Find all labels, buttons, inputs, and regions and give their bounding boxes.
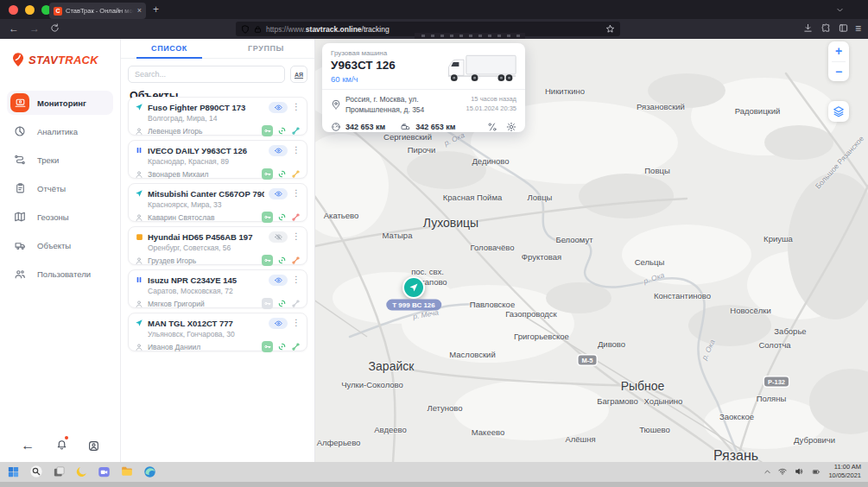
reports-icon <box>10 179 29 198</box>
vehicle-marker-label[interactable]: Т 999 ВС 126 <box>386 300 441 311</box>
driver-icon <box>135 213 143 222</box>
map-label: Масловский <box>449 350 495 359</box>
back-button[interactable]: ← <box>9 22 19 35</box>
taskbar-searchapp-icon[interactable] <box>29 465 43 478</box>
browser-navbar: ← → https://www.stavtrack.online/trackin… <box>0 19 868 39</box>
extensions-icon[interactable] <box>821 23 831 33</box>
vehicle-address: Оренбург, Советская, 56 <box>148 244 301 252</box>
card-menu-button[interactable]: ⋮ <box>292 275 301 284</box>
battery-icon[interactable] <box>810 468 822 476</box>
search-input[interactable] <box>128 66 285 83</box>
location-pin-icon <box>331 94 341 116</box>
tray-expand-icon[interactable] <box>763 468 771 476</box>
volume-icon[interactable] <box>794 467 804 476</box>
minimize-window-button[interactable] <box>25 5 35 15</box>
vehicle-address: Красноярск, Мира, 33 <box>148 200 301 209</box>
driver-icon <box>135 170 143 179</box>
map-label: пос. свх. <box>411 267 444 276</box>
map-layers-button[interactable] <box>828 101 849 122</box>
objects-panel: СПИСОК ГРУППЫ АЯ Объекты Fuso Fighter Р8… <box>121 39 315 462</box>
wifi-icon[interactable] <box>777 467 788 476</box>
card-menu-button[interactable]: ⋮ <box>292 146 301 155</box>
card-menu-button[interactable]: ⋮ <box>292 232 301 241</box>
profile-button[interactable] <box>88 440 99 452</box>
tab-overflow-icon[interactable] <box>836 6 844 14</box>
menu-icon[interactable]: ≡ <box>855 22 861 35</box>
forward-button[interactable]: → <box>29 22 40 35</box>
taskbar-start-icon[interactable] <box>7 465 20 478</box>
bookmark-star-icon[interactable] <box>605 24 615 34</box>
map-label: Дивово <box>598 339 625 349</box>
gps-signal-icon <box>277 169 287 179</box>
taskbar-apps <box>7 464 156 479</box>
card-menu-button[interactable]: ⋮ <box>292 319 301 327</box>
visibility-toggle[interactable] <box>269 231 288 243</box>
vehicle-name: Isuzu NPR С234УЕ 145 <box>148 275 264 285</box>
sidebar-item-monitoring[interactable]: Мониторинг <box>7 91 113 115</box>
tab-groups[interactable]: ГРУППЫ <box>218 39 314 58</box>
map-label: Рыбное <box>621 379 665 393</box>
vehicle-heading-icon <box>409 282 419 293</box>
vehicle-marker[interactable] <box>402 276 425 299</box>
map-label: Повцы <box>644 166 669 175</box>
system-tray[interactable]: 11:00 AM 10/05/2021 <box>763 464 861 479</box>
taskbar-clock[interactable]: 11:00 AM 10/05/2021 <box>828 463 861 480</box>
map-label: Алёшня <box>565 434 595 444</box>
vehicle-card[interactable]: Fuso Fighter Р890СТ 173 ⋮ Волгоград, Мир… <box>128 97 307 136</box>
visibility-toggle[interactable] <box>269 188 288 199</box>
window-controls[interactable] <box>9 5 51 15</box>
sidebar-item-geozones[interactable]: Геозоны <box>7 205 113 229</box>
ignition-key-icon <box>262 125 273 136</box>
visibility-toggle[interactable] <box>269 102 288 113</box>
vehicle-card[interactable]: MAN TGL Х012СТ 777 ⋮ Ульяновск, Гончаров… <box>128 313 307 351</box>
sidebar-item-users[interactable]: Пользователи <box>7 262 113 286</box>
taskbar-taskview-icon[interactable] <box>53 465 66 478</box>
vehicle-card[interactable]: Isuzu NPR С234УЕ 145 ⋮ Саратов, Московск… <box>128 269 307 308</box>
sidebar-item-reports[interactable]: Отчёты <box>7 176 113 200</box>
card-menu-button[interactable]: ⋮ <box>292 189 301 198</box>
vehicle-card[interactable]: Mitsubishi Canter С567ОР 790 ⋮ Красноярс… <box>128 183 307 222</box>
notifications-button[interactable] <box>56 438 67 453</box>
lock-icon[interactable] <box>254 25 262 34</box>
card-menu-button[interactable]: ⋮ <box>292 103 301 111</box>
collapse-sidebar-button[interactable]: ← <box>21 438 35 453</box>
vehicle-name: Hyundai HD65 Р456АВ 197 <box>148 232 264 242</box>
road-badge: Р-132 <box>764 377 789 387</box>
map-label: Летуново <box>427 403 462 413</box>
sort-az-button[interactable]: АЯ <box>290 66 307 83</box>
driver-icon <box>135 343 143 351</box>
taskbar-moon-icon[interactable] <box>75 465 88 478</box>
sidebar-item-objects[interactable]: Объекты <box>7 233 113 257</box>
vehicle-card[interactable]: IVECO DAILY У963СТ 126 ⋮ Краснодар, Крас… <box>128 140 307 179</box>
downloads-icon[interactable] <box>803 23 813 33</box>
settings-button[interactable] <box>506 122 516 132</box>
reload-button[interactable] <box>50 23 60 33</box>
browser-tab[interactable]: С СтавТрак - Онлайн мониторин × <box>49 3 146 19</box>
driver-name: Каварин Святослав <box>148 213 257 222</box>
taskbar-chat-icon[interactable] <box>98 465 111 478</box>
show-route-button[interactable] <box>487 122 497 132</box>
visibility-toggle[interactable] <box>269 145 288 156</box>
zoom-out-button[interactable]: − <box>828 62 849 82</box>
shield-icon[interactable] <box>241 25 250 34</box>
driver-name: Звонарев Михаил <box>148 170 257 179</box>
sidebar-item-analytics[interactable]: Аналитика <box>7 119 113 143</box>
tab-list[interactable]: СПИСОК <box>121 39 218 58</box>
sidebar-toggle-icon[interactable] <box>839 23 848 33</box>
vehicle-status-icon <box>135 188 143 199</box>
close-window-button[interactable] <box>9 5 18 15</box>
taskbar-edge-icon[interactable] <box>143 465 156 478</box>
vehicle-name: MAN TGL Х012СТ 777 <box>148 319 264 328</box>
map[interactable]: НикиткиноРязановскийРадовицкийБольшое Ря… <box>315 39 868 462</box>
layers-icon <box>833 105 845 117</box>
new-tab-button[interactable]: + <box>153 3 159 16</box>
visibility-toggle[interactable] <box>269 318 288 329</box>
map-label: Павловское <box>470 300 515 309</box>
visibility-toggle[interactable] <box>269 275 288 286</box>
taskbar-explorer-icon[interactable] <box>120 465 134 478</box>
zoom-in-button[interactable]: + <box>828 41 849 61</box>
vehicle-card[interactable]: Hyundai HD65 Р456АВ 197 ⋮ Оренбург, Сове… <box>128 226 307 265</box>
sidebar: STAVTRACK Мониторинг Аналитика Треки Отч… <box>0 39 121 462</box>
sidebar-item-tracks[interactable]: Треки <box>7 148 113 172</box>
tab-close-icon[interactable]: × <box>137 7 142 15</box>
